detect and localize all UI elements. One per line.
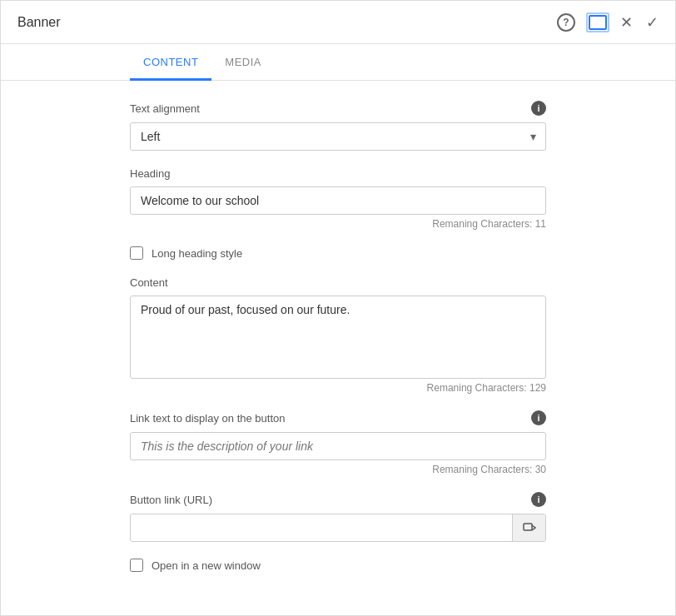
link-text-char-count: Remaning Characters: 30 bbox=[130, 464, 546, 475]
long-heading-style-row: Long heading style bbox=[130, 246, 546, 260]
content-textarea[interactable]: Proud of our past, focused on our future… bbox=[130, 296, 546, 379]
link-text-label-row: Link text to display on the button i bbox=[130, 410, 546, 425]
link-text-info-icon[interactable]: i bbox=[531, 410, 546, 425]
button-link-label: Button link (URL) bbox=[130, 494, 212, 506]
heading-label: Heading bbox=[130, 167, 170, 180]
heading-input[interactable] bbox=[130, 186, 546, 215]
header-actions: ? ✕ ✓ bbox=[557, 13, 659, 32]
button-link-input[interactable] bbox=[131, 514, 512, 541]
browse-icon bbox=[523, 521, 536, 534]
tab-content[interactable]: CONTENT bbox=[130, 44, 211, 81]
button-link-label-row: Button link (URL) i bbox=[130, 492, 546, 507]
button-link-info-icon[interactable]: i bbox=[531, 492, 546, 507]
heading-char-count: Remaning Characters: 11 bbox=[130, 218, 546, 230]
button-link-browse-btn[interactable] bbox=[512, 514, 545, 541]
link-text-input[interactable] bbox=[130, 432, 546, 460]
tab-media[interactable]: MEDIA bbox=[211, 44, 275, 81]
close-icon[interactable]: ✕ bbox=[620, 15, 633, 30]
form-area: Text alignment i Left Center Right Headi bbox=[1, 81, 675, 609]
help-icon[interactable]: ? bbox=[557, 13, 575, 32]
link-text-group: Link text to display on the button i Rem… bbox=[130, 410, 546, 475]
confirm-icon[interactable]: ✓ bbox=[646, 13, 659, 32]
long-heading-label[interactable]: Long heading style bbox=[152, 247, 242, 260]
text-alignment-select[interactable]: Left Center Right bbox=[130, 122, 546, 151]
svg-rect-0 bbox=[524, 524, 532, 530]
heading-group: Heading Remaning Characters: 11 bbox=[130, 167, 546, 230]
open-new-window-checkbox[interactable] bbox=[130, 559, 143, 572]
banner-modal: Banner ? ✕ ✓ CONTENT MEDIA Text alignmen… bbox=[0, 0, 676, 616]
modal-title: Banner bbox=[17, 15, 61, 30]
heading-label-row: Heading bbox=[130, 167, 546, 180]
content-char-count: Remaning Characters: 129 bbox=[130, 382, 546, 394]
long-heading-checkbox[interactable] bbox=[130, 246, 143, 260]
text-alignment-group: Text alignment i Left Center Right bbox=[130, 101, 546, 151]
content-label-row: Content bbox=[130, 276, 546, 289]
button-link-group: Button link (URL) i bbox=[130, 492, 546, 542]
text-alignment-select-wrapper: Left Center Right bbox=[130, 122, 546, 151]
button-link-input-wrapper bbox=[130, 514, 546, 542]
text-alignment-label-row: Text alignment i bbox=[130, 101, 546, 116]
open-new-window-row: Open in a new window bbox=[130, 559, 546, 572]
content-label: Content bbox=[130, 276, 168, 289]
tabs: CONTENT MEDIA bbox=[1, 44, 675, 81]
modal-body: CONTENT MEDIA Text alignment i Left Cent… bbox=[1, 44, 675, 615]
modal-header: Banner ? ✕ ✓ bbox=[1, 1, 675, 44]
open-new-window-label[interactable]: Open in a new window bbox=[152, 559, 261, 572]
content-group: Content Proud of our past, focused on ou… bbox=[130, 276, 546, 394]
link-text-label: Link text to display on the button bbox=[130, 412, 285, 425]
expand-icon[interactable] bbox=[589, 15, 607, 30]
text-alignment-info-icon[interactable]: i bbox=[531, 101, 546, 116]
text-alignment-label: Text alignment bbox=[130, 102, 200, 115]
